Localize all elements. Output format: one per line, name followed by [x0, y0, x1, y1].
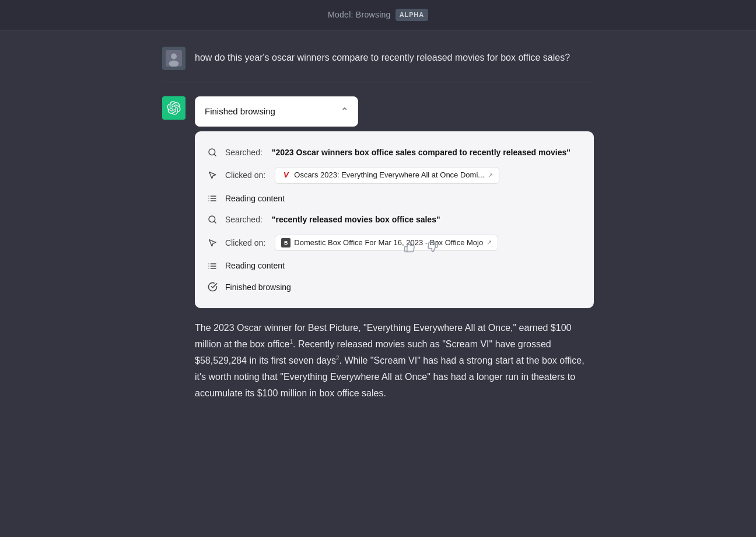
link-chip-2[interactable]: B Domestic Box Office For Mar 16, 2023 -… [275, 235, 498, 252]
user-message-row: how do this year's oscar winners compare… [162, 30, 594, 82]
alpha-badge: ALPHA [396, 9, 428, 22]
finished-browsing-label: Finished browsing [225, 281, 291, 294]
browsing-step-search-2: Searched: "recently released movies box … [206, 209, 582, 230]
searched-label-1: Searched: [225, 146, 262, 159]
searched-query-2: "recently released movies box office sal… [272, 213, 440, 226]
browsing-step-click-1: Clicked on: V Oscars 2023: Everything Ev… [206, 163, 582, 188]
svg-line-12 [214, 221, 216, 223]
top-bar: Model: Browsing ALPHA [0, 0, 756, 30]
browsing-step-search-1: Searched: "2023 Oscar winners box office… [206, 142, 582, 163]
cursor-icon-1 [206, 170, 218, 180]
ai-content: Finished browsing ⌃ Searched: [195, 96, 594, 402]
searched-label-2: Searched: [225, 213, 262, 226]
reading-label-1: Reading content [225, 192, 285, 205]
openai-logo-icon [167, 101, 181, 115]
list-icon-1 [206, 194, 218, 203]
chevron-up-icon: ⌃ [341, 104, 348, 119]
ai-message-row: Finished browsing ⌃ Searched: [162, 82, 594, 402]
link-text-2: Domestic Box Office For Mar 16, 2023 - B… [294, 237, 483, 249]
thumbs-up-button[interactable] [400, 239, 419, 258]
browsing-step-finished: Finished browsing [206, 277, 582, 298]
external-link-icon-2: ↗ [487, 238, 492, 248]
favicon-box-icon: B [281, 238, 290, 247]
thumbs-down-button[interactable] [424, 239, 442, 258]
browsing-toggle-label: Finished browsing [205, 104, 275, 118]
searched-query-1: "2023 Oscar winners box office sales com… [272, 146, 570, 159]
user-avatar [162, 47, 186, 70]
browsing-toggle-button[interactable]: Finished browsing ⌃ [195, 96, 358, 127]
svg-point-1 [171, 54, 177, 60]
clicked-label-2: Clicked on: [225, 236, 265, 249]
model-label: Model: Browsing [328, 8, 391, 21]
main-content: how do this year's oscar winners compare… [150, 30, 606, 402]
ai-response-wrapper: Finished browsing ⌃ Searched: [162, 82, 594, 402]
check-icon [206, 282, 218, 292]
footnote-2: 2 [336, 355, 340, 361]
response-text: The 2023 Oscar winner for Best Picture, … [195, 320, 594, 402]
browsing-step-reading-2: Reading content [206, 255, 582, 276]
search-icon-2 [206, 215, 218, 224]
reading-label-2: Reading content [225, 259, 285, 272]
browsing-step-reading-1: Reading content [206, 188, 582, 209]
link-chip-1[interactable]: V Oscars 2023: Everything Everywhere All… [275, 167, 499, 184]
ai-avatar [162, 96, 186, 120]
browsing-panel: Searched: "2023 Oscar winners box office… [195, 131, 594, 309]
search-icon [206, 148, 218, 157]
user-message-text: how do this year's oscar winners compare… [195, 47, 594, 65]
external-link-icon-1: ↗ [488, 170, 493, 181]
browsing-step-click-2: Clicked on: B Domestic Box Office For Ma… [206, 231, 582, 256]
favicon-v-icon: V [281, 170, 290, 180]
footnote-1: 1 [289, 339, 293, 345]
svg-line-4 [214, 154, 216, 156]
clicked-label-1: Clicked on: [225, 169, 265, 182]
cursor-icon-2 [206, 238, 218, 247]
feedback-row [400, 239, 442, 258]
list-icon-2 [206, 261, 218, 271]
user-avatar-icon [166, 50, 182, 67]
link-text-1: Oscars 2023: Everything Everywhere All a… [294, 169, 484, 182]
